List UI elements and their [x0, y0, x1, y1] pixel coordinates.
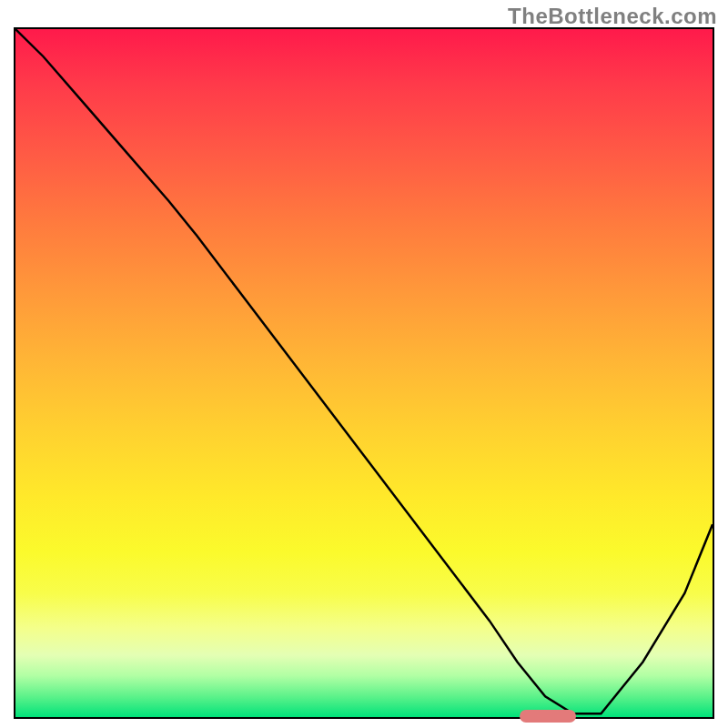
line-curve: [15, 29, 713, 717]
plot-frame: [14, 27, 714, 719]
target-marker: [520, 710, 576, 723]
watermark-text: TheBottleneck.com: [508, 4, 717, 29]
chart-stage: TheBottleneck.com: [0, 0, 728, 728]
